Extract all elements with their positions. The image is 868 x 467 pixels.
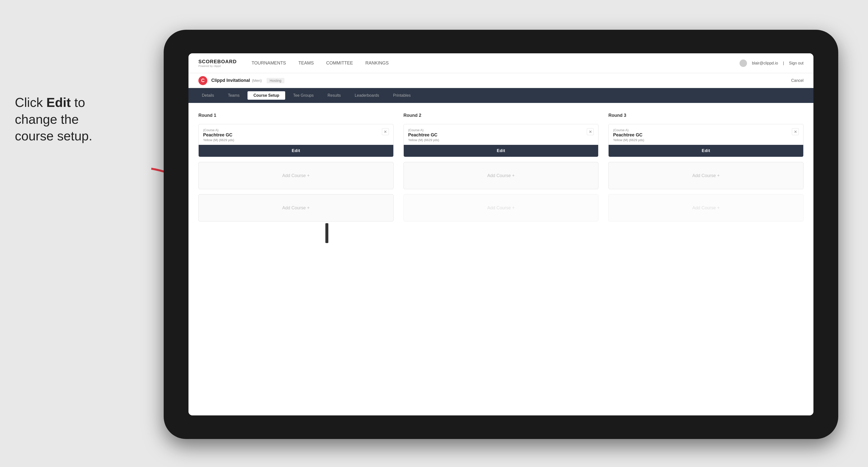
tab-results[interactable]: Results [322,91,347,100]
round-2-course-detail: Yellow (M) (6629 yds) [408,138,439,142]
top-nav: SCOREBOARD Powered by clippd TOURNAMENTS… [188,53,813,73]
sign-out-link[interactable]: Sign out [789,61,804,65]
tab-tee-groups[interactable]: Tee Groups [287,91,320,100]
tournament-logo: C [198,76,207,85]
round-1-delete-icon[interactable]: ✕ [382,128,389,135]
round-3-column: Round 3 (Course A) Peachtree GC Yellow (… [608,113,804,221]
tournament-gender: (Men) [252,79,261,83]
tab-printables[interactable]: Printables [387,91,416,100]
round-1-add-course-1[interactable]: Add Course + [198,162,394,189]
round-3-course-header: (Course A) Peachtree GC Yellow (M) (6629… [609,124,803,145]
tab-leaderboards[interactable]: Leaderboards [349,91,385,100]
tab-course-setup[interactable]: Course Setup [248,91,285,100]
round-3-course-label: (Course A) [613,128,644,132]
round-3-title: Round 3 [608,113,804,118]
tab-details[interactable]: Details [196,91,220,100]
round-3-add-course-2: Add Course + [608,194,804,221]
nav-teams[interactable]: TEAMS [298,61,314,66]
round-2-course-label: (Course A) [408,128,439,132]
round-3-edit-button[interactable]: Edit [609,145,803,157]
round-2-course-card: (Course A) Peachtree GC Yellow (M) (6629… [403,124,599,157]
round-3-course-name: Peachtree GC [613,132,644,138]
tab-teams[interactable]: Teams [222,91,246,100]
instruction-prefix: Click [15,95,46,110]
nav-right: blair@clippd.io | Sign out [740,60,804,67]
round-2-edit-button[interactable]: Edit [404,145,598,157]
logo-area: SCOREBOARD Powered by clippd [198,59,237,67]
tab-bar: Details Teams Course Setup Tee Groups Re… [188,88,813,103]
logo-sub: Powered by clippd [198,64,237,67]
round-3-add-course-1[interactable]: Add Course + [608,162,804,189]
round-2-add-course-2: Add Course + [403,194,599,221]
round-1-course-name: Peachtree GC [203,132,234,138]
instruction-bold: Edit [46,95,71,110]
main-content: Round 1 (Course A) Peachtree GC Yellow (… [188,103,813,415]
round-1-course-detail: Yellow (M) (6629 yds) [203,138,234,142]
round-1-course-info: (Course A) Peachtree GC Yellow (M) (6629… [203,128,234,142]
tablet-device: SCOREBOARD Powered by clippd TOURNAMENTS… [164,30,838,439]
separator: | [783,61,784,65]
instruction-text: Click Edit tochange thecourse setup. [15,94,119,145]
round-1-column: Round 1 (Course A) Peachtree GC Yellow (… [198,113,394,221]
tablet-screen: SCOREBOARD Powered by clippd TOURNAMENTS… [188,53,813,415]
rounds-grid: Round 1 (Course A) Peachtree GC Yellow (… [198,113,804,221]
round-2-course-header: (Course A) Peachtree GC Yellow (M) (6629… [404,124,598,145]
tablet-side-button [326,223,328,243]
round-2-add-course-1[interactable]: Add Course + [403,162,599,189]
round-1-edit-button[interactable]: Edit [199,145,393,157]
round-2-title: Round 2 [403,113,599,118]
nav-links: TOURNAMENTS TEAMS COMMITTEE RANKINGS [251,61,739,66]
round-1-course-card: (Course A) Peachtree GC Yellow (M) (6629… [198,124,394,157]
round-3-course-card: (Course A) Peachtree GC Yellow (M) (6629… [608,124,804,157]
round-1-course-label: (Course A) [203,128,234,132]
user-email: blair@clippd.io [752,61,778,65]
round-3-course-detail: Yellow (M) (6629 yds) [613,138,644,142]
nav-rankings[interactable]: RANKINGS [365,61,389,66]
cancel-button[interactable]: Cancel [791,79,804,83]
nav-tournaments[interactable]: TOURNAMENTS [251,61,286,66]
round-1-add-course-2[interactable]: Add Course + [198,194,394,221]
round-3-delete-icon[interactable]: ✕ [792,128,799,135]
user-avatar [740,60,747,67]
round-2-course-info: (Course A) Peachtree GC Yellow (M) (6629… [408,128,439,142]
round-2-delete-icon[interactable]: ✕ [587,128,594,135]
nav-committee[interactable]: COMMITTEE [326,61,353,66]
round-2-course-name: Peachtree GC [408,132,439,138]
tournament-hosting-badge: Hosting [267,78,284,83]
tournament-bar: C Clippd Invitational (Men) Hosting Canc… [188,73,813,88]
round-1-course-header: (Course A) Peachtree GC Yellow (M) (6629… [199,124,393,145]
tournament-name: Clippd Invitational [211,78,250,83]
round-2-column: Round 2 (Course A) Peachtree GC Yellow (… [403,113,599,221]
round-3-course-info: (Course A) Peachtree GC Yellow (M) (6629… [613,128,644,142]
round-1-title: Round 1 [198,113,394,118]
logo-scoreboard: SCOREBOARD [198,59,237,64]
